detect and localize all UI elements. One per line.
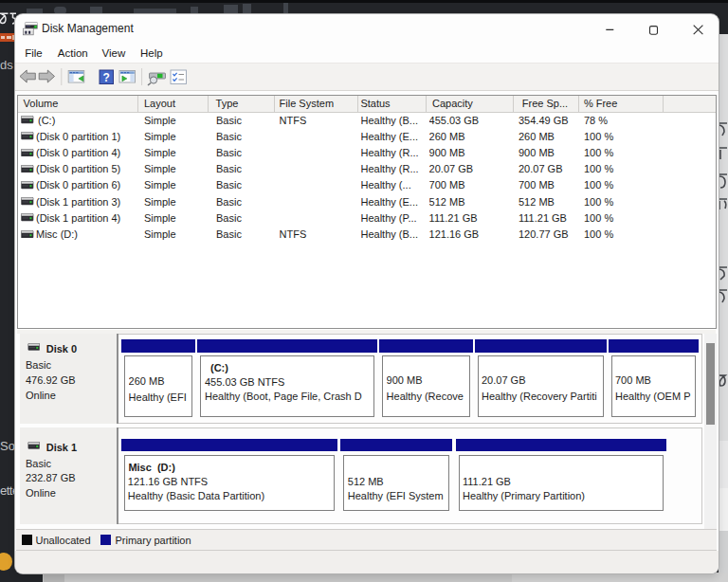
svg-text:?: ?: [103, 70, 110, 83]
